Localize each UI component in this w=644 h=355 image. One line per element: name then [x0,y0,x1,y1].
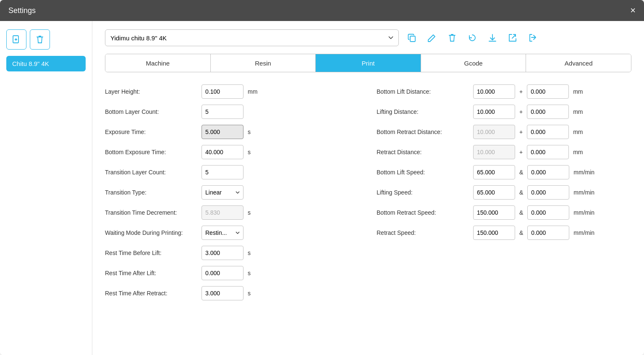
window-title: Settings [8,6,36,15]
trash-icon [36,35,44,44]
waiting-mode-select[interactable]: Restin... Exposure [202,226,243,240]
download-button[interactable] [484,30,500,46]
new-file-icon [12,35,21,44]
transition-time-decrement-row: Transition Time Decrement: s [105,203,360,222]
layer-height-label: Layer Height: [105,88,197,95]
rest-time-after-lift-unit: s [248,270,251,276]
retract-speed-amp: & [519,229,523,236]
rest-time-after-retract-label: Rest Time After Retract: [105,290,197,297]
bottom-lift-distance-row: Bottom Lift Distance: + mm [377,82,631,101]
retract-distance-input1[interactable] [473,145,515,159]
copy-icon [407,33,416,42]
transition-type-select[interactable]: Linear Overshoot [202,185,243,200]
export-button[interactable] [505,30,521,46]
new-profile-button[interactable] [6,29,26,50]
bottom-retract-distance-row: Bottom Retract Distance: + mm [377,123,631,141]
content-area: Yidimu chitu 8.9" 4K [92,21,644,355]
lifting-speed-label: Lifting Speed: [377,189,469,196]
import-button[interactable] [525,30,541,46]
lifting-speed-input1[interactable] [473,185,515,200]
retract-speed-input1[interactable] [473,226,515,240]
bottom-retract-speed-label: Bottom Retract Speed: [377,209,469,216]
lifting-distance-row: Lifting Distance: + mm [377,103,631,121]
bottom-layer-count-label: Bottom Layer Count: [105,108,197,115]
lifting-speed-amp: & [519,189,523,196]
transition-layer-count-input[interactable] [202,165,243,179]
rest-time-after-retract-input[interactable] [202,286,243,300]
sidebar-icon-row [6,29,86,50]
transition-time-decrement-input[interactable] [202,205,243,220]
tab-machine[interactable]: Machine [105,54,211,72]
lifting-speed-input2[interactable] [527,185,569,200]
bottom-lift-speed-input2[interactable] [527,165,569,179]
bottom-retract-distance-input1[interactable] [473,125,515,139]
tab-resin[interactable]: Resin [211,54,316,72]
exposure-time-label: Exposure Time: [105,129,197,135]
transition-layer-count-label: Transition Layer Count: [105,169,197,176]
edit-button[interactable] [424,30,440,46]
retract-distance-label: Retract Distance: [377,149,469,155]
bottom-retract-speed-input1[interactable] [473,205,515,220]
lifting-distance-input2[interactable] [527,105,569,119]
bottom-lift-distance-plus: + [519,88,523,95]
delete-icon [448,33,456,42]
export-icon [508,33,517,42]
exposure-time-row: Exposure Time: s [105,123,360,141]
bottom-exposure-time-row: Bottom Exposure Time: s [105,143,360,161]
bottom-layer-count-input[interactable] [202,105,243,119]
bottom-lift-speed-unit: mm/min [573,169,594,176]
retract-distance-input2[interactable] [527,145,569,159]
layer-height-row: Layer Height: mm [105,82,360,101]
bottom-lift-speed-input1[interactable] [473,165,515,179]
rest-time-after-retract-row: Rest Time After Retract: s [105,284,360,302]
tab-advanced[interactable]: Advanced [526,54,631,72]
top-bar: Yidimu chitu 8.9" 4K [105,29,631,46]
bottom-lift-distance-input1[interactable] [473,84,515,99]
retract-speed-input2[interactable] [527,226,569,240]
lifting-speed-unit: mm/min [573,189,594,196]
download-icon [488,33,497,42]
profile-list-item[interactable]: Chitu 8.9" 4K [6,56,86,71]
lifting-distance-label: Lifting Distance: [377,108,469,115]
bottom-retract-distance-plus: + [519,129,523,135]
svg-rect-3 [410,36,415,42]
settings-window: Settings × Chitu 8.9" 4K [0,0,644,355]
bottom-retract-speed-amp: & [519,209,523,216]
toolbar-icons [404,30,541,46]
right-form-col: Bottom Lift Distance: + mm Lifting Dista… [377,82,631,302]
rest-time-before-lift-row: Rest Time Before Lift: s [105,244,360,262]
retract-distance-unit: mm [573,149,583,155]
rest-time-before-lift-label: Rest Time Before Lift: [105,250,197,256]
tab-gcode[interactable]: Gcode [421,54,526,72]
titlebar: Settings × [0,0,644,21]
bottom-exposure-time-unit: s [248,149,251,155]
exposure-time-input[interactable] [202,125,243,139]
lifting-distance-unit: mm [573,108,583,115]
bottom-lift-distance-input2[interactable] [527,84,569,99]
reset-button[interactable] [464,30,480,46]
bottom-lift-speed-label: Bottom Lift Speed: [377,169,469,176]
delete-button[interactable] [444,30,460,46]
profile-select[interactable]: Yidimu chitu 8.9" 4K [105,29,399,46]
rest-time-after-lift-input[interactable] [202,266,243,280]
rest-time-before-lift-input[interactable] [202,246,243,260]
copy-profile-button[interactable] [404,30,420,46]
bottom-retract-distance-input2[interactable] [527,125,569,139]
retract-speed-unit: mm/min [573,229,594,236]
bottom-layer-count-row: Bottom Layer Count: [105,103,360,121]
bottom-retract-speed-input2[interactable] [527,205,569,220]
bottom-lift-speed-row: Bottom Lift Speed: & mm/min [377,163,631,181]
tab-print[interactable]: Print [316,54,421,72]
waiting-mode-row: Waiting Mode During Printing: Restin... … [105,224,360,242]
bottom-lift-distance-unit: mm [573,88,583,95]
layer-height-unit: mm [248,88,257,95]
transition-time-decrement-label: Transition Time Decrement: [105,209,197,216]
bottom-exposure-time-input[interactable] [202,145,243,159]
delete-profile-button[interactable] [30,29,50,50]
lifting-speed-row: Lifting Speed: & mm/min [377,183,631,202]
waiting-mode-label: Waiting Mode During Printing: [105,229,197,236]
layer-height-input[interactable] [202,84,243,99]
close-button[interactable]: × [630,5,636,16]
lifting-distance-input1[interactable] [473,105,515,119]
print-form: Layer Height: mm Bottom Layer Count: Exp… [105,82,631,302]
